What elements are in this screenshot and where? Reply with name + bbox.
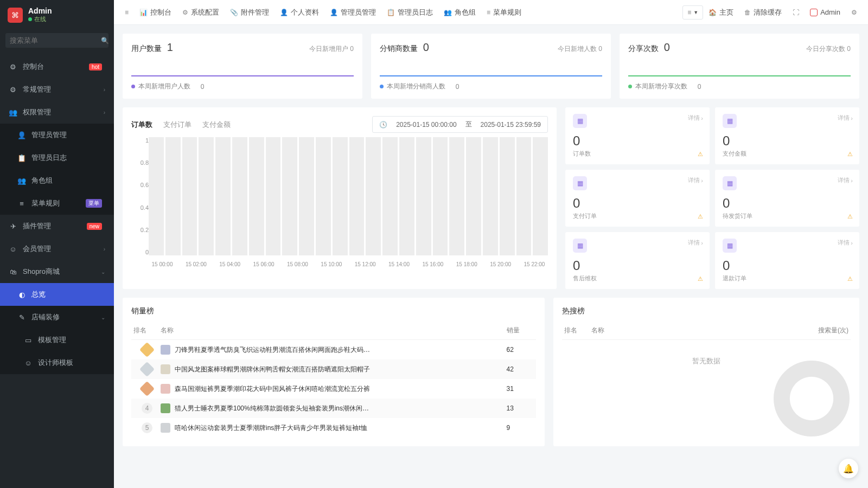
chevron-icon: ⌄ [101,269,105,275]
rank-row: 4 猎人男士睡衣男夏季100%纯棉薄款圆领套头短袖套装男ins潮休闲… 13 [131,399,536,418]
topbar-item[interactable]: 📎附件管理 [225,8,275,17]
chart-bar [299,137,314,255]
sidebar-header: ⌘ Admin 在线 [0,0,114,30]
sales-count: 9 [507,424,534,432]
chevron-down-icon: ▼ [693,10,698,15]
product-thumb [161,423,170,433]
chart-tab[interactable]: 支付订单 [163,120,192,130]
product-name: 中国风龙图案棒球帽男潮牌休闲鸭舌帽女潮流百搭防晒遮阳太阳帽子 [175,365,370,374]
warning-icon: ⚠ [698,275,703,282]
warning-icon: ⚠ [847,213,853,220]
detail-link[interactable]: 详情 › [688,114,703,122]
sidebar: ⌘ Admin 在线 🔍 ⚙ 控制台 hot ⚙ 常规管理 ›👥 权限管理 ›👤… [0,0,114,488]
sidebar-menu: ⚙ 控制台 hot ⚙ 常规管理 ›👥 权限管理 ›👤 管理员管理 📋 管理员日… [0,55,114,488]
rank-row: 刀锋男鞋夏季透气防臭飞织运动鞋男潮流百搭休闲网面跑步鞋大码… 62 [131,340,536,359]
stat-icon: ▦ [573,114,587,128]
topbar-item[interactable]: ≡菜单规则 [481,8,527,17]
topbar-item[interactable]: 🏠主页 [703,8,739,17]
rank-medal [139,362,155,377]
topbar-item[interactable]: ⚙ [846,8,863,17]
topbar-item[interactable]: ⚙系统配置 [177,8,225,17]
menu-label: 常规管理 [23,85,104,94]
menu-label: 插件管理 [23,221,87,231]
menu-icon: ≡ [17,200,26,208]
bell-icon: 🔔 [843,464,854,474]
stat-card: ▦ 详情 › 0 售后维权 ⚠ [565,232,710,289]
topbar-icon: 📊 [139,9,148,16]
topbar-icon: 👥 [444,9,452,16]
sidebar-item[interactable]: ⚙ 常规管理 › [0,78,114,101]
sidebar-item[interactable]: ◐ 总览 [0,283,114,306]
topbar-item[interactable]: Admin [805,8,846,17]
chart-bar [500,137,515,255]
topbar-item[interactable]: 👤个人资料 [275,8,324,17]
menu-label: 设计师模板 [38,358,105,368]
sidebar-item[interactable]: 👤 管理员管理 [0,124,114,146]
sidebar-item[interactable]: ☺ 会员管理 › [0,237,114,260]
notification-bell[interactable]: 🔔 [839,459,858,478]
sidebar-item[interactable]: 👥 权限管理 › [0,101,114,124]
menu-icon: ☺ [24,359,33,367]
chart-bar [416,137,431,255]
detail-link[interactable]: 详情 › [838,239,853,247]
detail-link[interactable]: 详情 › [838,114,853,122]
topbar-icon: ≡ [487,9,490,16]
rank-medal [139,381,155,396]
chart-tab[interactable]: 支付金额 [202,120,231,130]
chevron-icon: › [104,110,105,115]
topbar-icon: 🗑 [744,9,751,16]
topbar-icon: 📋 [387,9,395,16]
menu-icon: ⚙ [9,63,17,71]
chart-bar [199,137,214,255]
chart-tab[interactable]: 订单数 [131,120,152,130]
detail-link[interactable]: 详情 › [688,176,703,184]
chart-bar [182,137,197,255]
rank-row: 中国风龙图案棒球帽男潮牌休闲鸭舌帽女潮流百搭防晒遮阳太阳帽子 42 [131,359,536,379]
sidebar-item[interactable]: 👥 角色组 [0,169,114,192]
sidebar-item[interactable]: ⚙ 控制台 hot [0,55,114,78]
detail-link[interactable]: 详情 › [838,176,853,184]
search-icon: 🔍 [101,37,109,44]
content: 用户数量 1 今日新增用户 0 本周新增用户人数 0 分销商数量 0 今日新增人… [114,25,868,488]
chart-bar [382,137,398,255]
rank-row: 5 嘻哈休闲运动套装男士夏季潮牌ins胖子大码青少年男装短裤短袖t恤 9 [131,418,536,438]
menu-badge: 菜单 [86,199,102,208]
search-input[interactable] [10,36,101,44]
menu-label: 管理员管理 [31,130,105,140]
topbar-icon: ⚙ [182,9,188,16]
search-box[interactable]: 🔍 [5,33,108,48]
menu-label: 模板管理 [38,335,105,345]
stat-card: ▦ 详情 › 0 订单数 ⚠ [565,107,710,164]
detail-link[interactable]: 详情 › [688,239,703,247]
menu-label: 会员管理 [23,244,104,254]
menu-icon: 👤 [17,131,26,139]
topbar-item[interactable]: 👤管理员管理 [324,8,381,17]
chevron-icon: › [104,246,105,252]
topbar-dropdown[interactable]: ≡▼ [682,5,703,20]
chart-bar [516,137,532,255]
menu-label: 菜单规则 [31,198,86,208]
menu-badge: hot [89,63,102,70]
topbar-item[interactable]: 🗑清除缓存 [739,8,787,17]
sidebar-item[interactable]: ☺ 设计师模板 [0,351,114,374]
product-name: 刀锋男鞋夏季透气防臭飞织运动鞋男潮流百搭休闲网面跑步鞋大码… [175,345,370,355]
menu-label: Shopro商城 [23,267,101,277]
topbar-item[interactable]: ≡ [119,8,134,17]
topbar-item[interactable]: 👥角色组 [438,8,481,17]
chart-bars: 15 00:0015 02:0015 04:0015 06:0015 08:00… [149,137,548,267]
topbar-icon: 👤 [280,9,288,16]
sidebar-item[interactable]: ≡ 菜单规则 菜单 [0,192,114,215]
sidebar-item[interactable]: ✎ 店铺装修 ⌄ [0,306,114,329]
sidebar-item[interactable]: ✈ 插件管理 new [0,215,114,237]
sidebar-item[interactable]: 📋 管理员日志 [0,146,114,169]
topbar-item[interactable]: 📋管理员日志 [381,8,438,17]
topbar-item[interactable]: 📊控制台 [134,8,177,17]
date-range[interactable]: 🕓 2025-01-15 00:00:00 至 2025-01-15 23:59… [372,116,548,133]
menu-icon: 🛍 [9,268,17,276]
topbar-icon: 📎 [230,9,238,16]
sidebar-item[interactable]: 🛍 Shopro商城 ⌄ [0,260,114,283]
sidebar-item[interactable]: ▭ 模板管理 [0,329,114,351]
topbar-item[interactable]: ⛶ [787,8,805,17]
stat-icon: ▦ [573,176,587,190]
chart-bar [399,137,414,255]
